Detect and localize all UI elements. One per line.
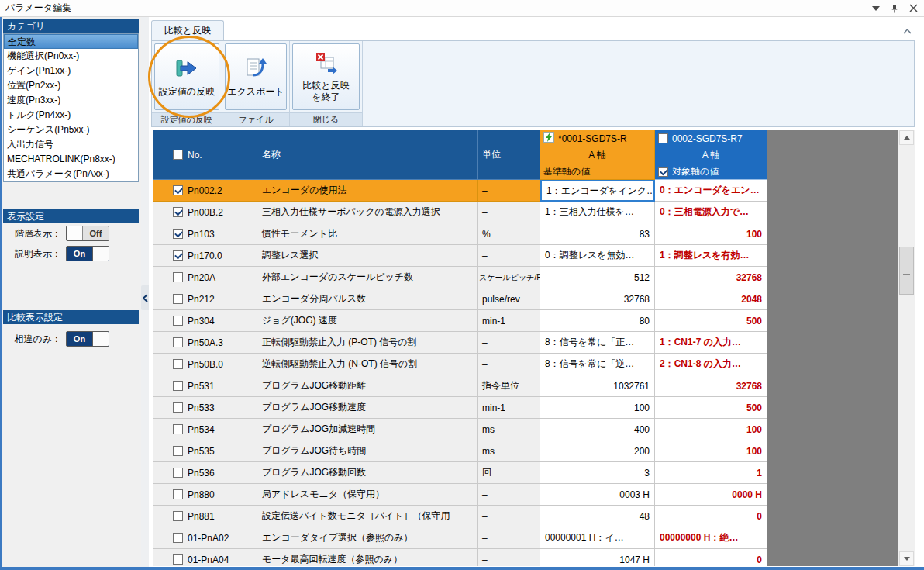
param-no-cell[interactable]: Pn880: [153, 484, 257, 506]
param-unit[interactable]: pulse/rev: [478, 288, 540, 310]
param-no-cell[interactable]: Pn50B.0: [153, 354, 257, 375]
param-no-cell[interactable]: Pn002.2: [153, 180, 257, 202]
target-value[interactable]: 0: [655, 506, 767, 527]
close-icon[interactable]: [908, 3, 919, 14]
reference-value[interactable]: 400: [540, 419, 655, 440]
param-unit[interactable]: –: [478, 549, 540, 566]
row-checkbox[interactable]: [173, 533, 183, 543]
param-name[interactable]: ジョグ(JOG) 速度: [257, 310, 478, 332]
reference-value[interactable]: 00000001 H：イ…: [540, 527, 655, 549]
param-unit[interactable]: %: [478, 223, 540, 245]
reference-value[interactable]: 1047 H: [540, 549, 655, 566]
target-value-checkbox[interactable]: [658, 167, 668, 177]
param-no-cell[interactable]: 01-PnA02: [153, 527, 257, 549]
row-checkbox[interactable]: [173, 554, 183, 565]
row-checkbox[interactable]: [173, 424, 183, 434]
toggle-switch[interactable]: On: [66, 246, 109, 261]
param-name[interactable]: プログラムJOG移動速度: [257, 397, 478, 419]
target-value[interactable]: 00000000 H：絶…: [655, 527, 767, 549]
target-value[interactable]: 32768: [655, 375, 767, 397]
category-item[interactable]: 共通パラメータ(PnAxx-): [4, 167, 138, 181]
param-name[interactable]: エンコーダの使用法: [257, 180, 478, 202]
category-item[interactable]: MECHATROLINK(Pn8xx-): [4, 152, 138, 167]
param-name[interactable]: プログラムJOG移動距離: [257, 375, 478, 397]
target-value[interactable]: 1：CN1-7 の入力…: [655, 332, 767, 354]
reference-value[interactable]: 1：三相入力仕様を…: [540, 202, 655, 223]
param-name[interactable]: 設定伝送バイト数モニタ［バイト］（保守用: [257, 506, 478, 527]
apply-settings-button[interactable]: 設定値の反映: [154, 43, 219, 110]
param-unit[interactable]: 指令単位: [478, 375, 540, 397]
target-value[interactable]: 0: [655, 549, 767, 566]
target-value[interactable]: 100: [655, 440, 767, 462]
param-name[interactable]: 外部エンコーダのスケールピッチ数: [257, 267, 478, 288]
row-checkbox[interactable]: [173, 468, 183, 478]
target-value[interactable]: 500: [655, 310, 767, 332]
param-name[interactable]: 局アドレスモニタ（保守用）: [257, 484, 478, 506]
param-unit[interactable]: –: [478, 354, 540, 375]
reference-value[interactable]: 8：信号を常に「逆…: [540, 354, 655, 375]
pin-icon[interactable]: [889, 3, 900, 14]
param-no-cell[interactable]: Pn536: [153, 462, 257, 484]
target-value[interactable]: 0：エンコーダをエン…: [655, 180, 767, 202]
param-unit[interactable]: min-1: [478, 397, 540, 419]
reference-value[interactable]: 200: [540, 440, 655, 462]
reference-value[interactable]: 512: [540, 267, 655, 288]
param-unit[interactable]: ms: [478, 440, 540, 462]
row-checkbox[interactable]: [173, 381, 183, 391]
param-unit[interactable]: スケールピッチ/Re: [478, 267, 540, 288]
row-checkbox[interactable]: [173, 250, 183, 261]
header-unit[interactable]: 単位: [478, 130, 540, 180]
target-value[interactable]: 1: [655, 462, 767, 484]
row-checkbox[interactable]: [173, 446, 183, 456]
param-name[interactable]: エンコーダ分周パルス数: [257, 288, 478, 310]
header-no[interactable]: No.: [153, 130, 257, 180]
param-no-cell[interactable]: Pn881: [153, 506, 257, 527]
target-value[interactable]: 1：調整レスを有効…: [655, 245, 767, 267]
reference-value[interactable]: 80: [540, 310, 655, 332]
param-no-cell[interactable]: Pn531: [153, 375, 257, 397]
reference-value[interactable]: 0003 H: [540, 484, 655, 506]
target-value[interactable]: 32768: [655, 267, 767, 288]
scroll-down-button[interactable]: [899, 551, 914, 566]
param-no-cell[interactable]: Pn103: [153, 223, 257, 245]
param-no-cell[interactable]: Pn00B.2: [153, 202, 257, 223]
reference-value[interactable]: 83: [540, 223, 655, 245]
param-unit[interactable]: min-1: [478, 310, 540, 332]
param-no-cell[interactable]: Pn535: [153, 440, 257, 462]
row-checkbox[interactable]: [173, 359, 183, 369]
param-unit[interactable]: ms: [478, 419, 540, 440]
row-checkbox[interactable]: [173, 337, 183, 347]
param-name[interactable]: プログラムJOG待ち時間: [257, 440, 478, 462]
reference-value[interactable]: 1：エンコーダをインク…: [540, 180, 655, 202]
param-no-cell[interactable]: Pn170.0: [153, 245, 257, 267]
reference-value[interactable]: 8：信号を常に「正…: [540, 332, 655, 354]
end-compare-button[interactable]: 比較と反映 を終了: [292, 43, 360, 110]
target-value[interactable]: 0000 H: [655, 484, 767, 506]
param-name[interactable]: プログラムJOG移動回数: [257, 462, 478, 484]
row-checkbox[interactable]: [173, 272, 183, 282]
param-no-cell[interactable]: 01-PnA04: [153, 549, 257, 566]
select-all-checkbox[interactable]: [173, 150, 183, 160]
param-name[interactable]: 調整レス選択: [257, 245, 478, 267]
target-value[interactable]: 500: [655, 397, 767, 419]
row-checkbox[interactable]: [173, 207, 183, 217]
param-unit[interactable]: –: [478, 484, 540, 506]
row-checkbox[interactable]: [173, 294, 183, 304]
param-name[interactable]: 慣性モーメント比: [257, 223, 478, 245]
chevron-down-icon[interactable]: [871, 3, 881, 14]
target-value[interactable]: 0：三相電源入力で…: [655, 202, 767, 223]
param-unit[interactable]: –: [478, 180, 540, 202]
param-no-cell[interactable]: Pn304: [153, 310, 257, 332]
param-no-cell[interactable]: Pn212: [153, 288, 257, 310]
ribbon-collapse-icon[interactable]: [901, 25, 913, 37]
param-no-cell[interactable]: Pn533: [153, 397, 257, 419]
param-no-cell[interactable]: Pn20A: [153, 267, 257, 288]
scroll-up-button[interactable]: [899, 130, 914, 145]
row-checkbox[interactable]: [173, 402, 183, 413]
param-no-cell[interactable]: Pn50A.3: [153, 332, 257, 354]
row-checkbox[interactable]: [173, 316, 183, 326]
export-button[interactable]: エクスポート: [225, 43, 287, 110]
target-value[interactable]: 100: [655, 223, 767, 245]
sidebar-collapse-button[interactable]: [141, 285, 149, 310]
param-unit[interactable]: –: [478, 202, 540, 223]
